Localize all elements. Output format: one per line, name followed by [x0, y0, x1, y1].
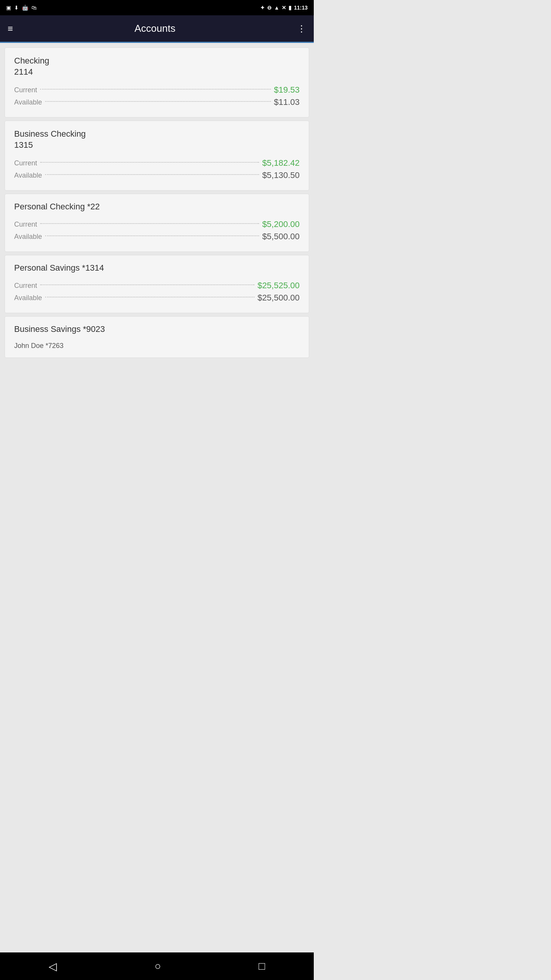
bag-icon: 🛍	[31, 5, 37, 11]
account-name-3: Personal Savings *1314	[14, 263, 300, 273]
current-label-2: Current	[14, 220, 37, 229]
current-value-0: $19.53	[274, 85, 300, 95]
status-bar-right: ✦ ⊖ ▲ ✕ ▮ 11:13	[260, 5, 308, 11]
wifi-icon: ▲	[274, 5, 279, 11]
top-app-bar: ≡ Accounts ⋮	[0, 15, 314, 43]
page-title: Accounts	[135, 23, 176, 34]
status-bar-left: ▣ ⬇ 🤖 🛍	[6, 5, 37, 11]
dotted-line	[40, 89, 271, 90]
minus-circle-icon: ⊖	[267, 5, 272, 11]
download-icon: ⬇	[14, 5, 19, 11]
accounts-list: Checking 2114 Current $19.53 Available $…	[0, 43, 314, 363]
status-bar: ▣ ⬇ 🤖 🛍 ✦ ⊖ ▲ ✕ ▮ 11:13	[0, 0, 314, 15]
sim-off-icon: ✕	[282, 5, 286, 11]
dotted-line	[40, 162, 259, 163]
battery-icon: ▮	[289, 5, 292, 11]
account-name-0: Checking	[14, 56, 300, 67]
dotted-line	[45, 174, 259, 175]
current-label-3: Current	[14, 282, 37, 290]
account-number-1: 1315	[14, 140, 300, 151]
menu-button[interactable]: ≡	[8, 23, 13, 34]
available-value-1: $5,130.50	[262, 170, 300, 180]
current-row-3: Current $25,525.00	[14, 281, 300, 291]
account-name-2: Personal Checking *22	[14, 202, 300, 212]
app-icon-1: ▣	[6, 5, 11, 11]
current-value-2: $5,200.00	[262, 219, 300, 229]
account-sub-label-4: John Doe *7263	[14, 342, 300, 350]
available-row-0: Available $11.03	[14, 97, 300, 107]
available-label-3: Available	[14, 294, 42, 302]
time: 11:13	[294, 5, 308, 11]
current-row-1: Current $5,182.42	[14, 158, 300, 168]
current-row-2: Current $5,200.00	[14, 219, 300, 229]
android-icon: 🤖	[22, 5, 28, 11]
current-label-1: Current	[14, 159, 37, 167]
dotted-line	[45, 235, 259, 236]
dotted-line	[45, 101, 271, 102]
available-row-1: Available $5,130.50	[14, 170, 300, 180]
current-label-0: Current	[14, 86, 37, 94]
account-card-personal-savings[interactable]: Personal Savings *1314 Current $25,525.0…	[5, 255, 309, 313]
available-label-1: Available	[14, 172, 42, 180]
current-value-1: $5,182.42	[262, 158, 300, 168]
account-card-business-savings[interactable]: Business Savings *9023 John Doe *7263	[5, 316, 309, 358]
account-card-checking[interactable]: Checking 2114 Current $19.53 Available $…	[5, 47, 309, 118]
account-card-personal-checking[interactable]: Personal Checking *22 Current $5,200.00 …	[5, 194, 309, 252]
dotted-line	[45, 297, 254, 297]
available-value-2: $5,500.00	[262, 232, 300, 242]
available-label-0: Available	[14, 98, 42, 106]
available-label-2: Available	[14, 233, 42, 241]
account-card-business-checking[interactable]: Business Checking 1315 Current $5,182.42…	[5, 121, 309, 191]
dotted-line	[40, 284, 254, 285]
available-value-3: $25,500.00	[258, 293, 300, 303]
available-value-0: $11.03	[274, 97, 300, 107]
account-name-1: Business Checking	[14, 129, 300, 140]
account-number-0: 2114	[14, 67, 300, 78]
bluetooth-icon: ✦	[260, 5, 265, 11]
dotted-line	[40, 223, 259, 224]
current-value-3: $25,525.00	[258, 281, 300, 291]
more-options-button[interactable]: ⋮	[297, 23, 306, 34]
account-name-4: Business Savings *9023	[14, 324, 300, 334]
available-row-3: Available $25,500.00	[14, 293, 300, 303]
available-row-2: Available $5,500.00	[14, 232, 300, 242]
current-row-0: Current $19.53	[14, 85, 300, 95]
